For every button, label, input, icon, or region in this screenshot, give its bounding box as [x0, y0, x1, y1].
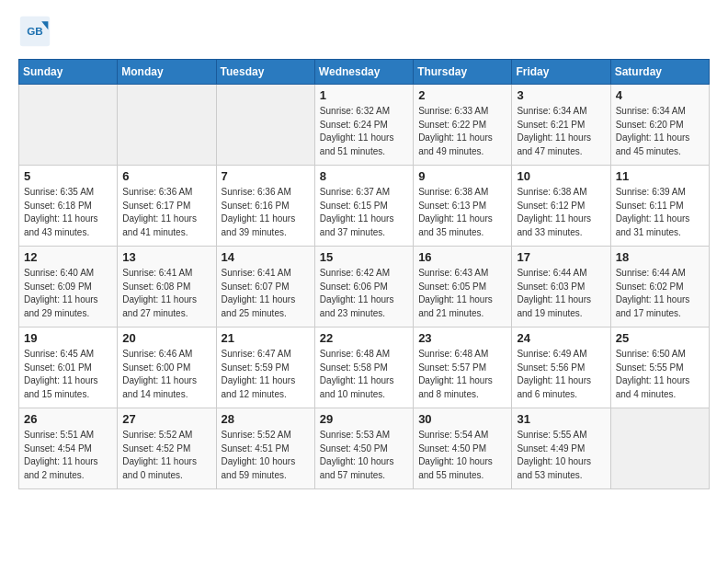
weekday-header-saturday: Saturday — [610, 60, 709, 85]
calendar-cell: 17Sunrise: 6:44 AM Sunset: 6:03 PM Dayli… — [512, 247, 610, 327]
day-info: Sunrise: 6:37 AM Sunset: 6:15 PM Dayligh… — [320, 186, 408, 239]
calendar-cell: 30Sunrise: 5:54 AM Sunset: 4:50 PM Dayli… — [414, 408, 512, 489]
calendar-cell — [118, 85, 216, 166]
day-info: Sunrise: 6:49 AM Sunset: 5:56 PM Dayligh… — [517, 348, 605, 401]
day-number: 13 — [122, 250, 210, 264]
calendar-cell: 15Sunrise: 6:42 AM Sunset: 6:06 PM Dayli… — [314, 247, 413, 327]
day-info: Sunrise: 6:47 AM Sunset: 5:59 PM Dayligh… — [222, 348, 310, 401]
day-number: 9 — [418, 169, 506, 183]
day-number: 16 — [418, 250, 506, 264]
calendar-cell: 28Sunrise: 5:52 AM Sunset: 4:51 PM Dayli… — [216, 408, 314, 489]
day-info: Sunrise: 5:52 AM Sunset: 4:51 PM Dayligh… — [222, 429, 310, 482]
calendar-cell — [610, 408, 709, 489]
day-info: Sunrise: 6:34 AM Sunset: 6:20 PM Dayligh… — [616, 105, 704, 158]
day-number: 12 — [24, 250, 112, 264]
day-info: Sunrise: 6:45 AM Sunset: 6:01 PM Dayligh… — [24, 348, 112, 401]
calendar-cell: 7Sunrise: 6:36 AM Sunset: 6:16 PM Daylig… — [216, 166, 314, 247]
day-number: 1 — [320, 88, 408, 102]
calendar-cell: 25Sunrise: 6:50 AM Sunset: 5:55 PM Dayli… — [610, 327, 709, 408]
calendar-cell: 27Sunrise: 5:52 AM Sunset: 4:52 PM Dayli… — [118, 408, 216, 489]
weekday-header-tuesday: Tuesday — [216, 60, 314, 85]
calendar-cell: 16Sunrise: 6:43 AM Sunset: 6:05 PM Dayli… — [414, 247, 512, 327]
day-info: Sunrise: 6:44 AM Sunset: 6:02 PM Dayligh… — [616, 267, 704, 320]
calendar-cell: 5Sunrise: 6:35 AM Sunset: 6:18 PM Daylig… — [19, 166, 118, 247]
day-number: 20 — [122, 331, 210, 345]
calendar-cell: 12Sunrise: 6:40 AM Sunset: 6:09 PM Dayli… — [19, 247, 118, 327]
weekday-header-monday: Monday — [118, 60, 216, 85]
day-number: 4 — [616, 88, 704, 102]
calendar-cell: 19Sunrise: 6:45 AM Sunset: 6:01 PM Dayli… — [19, 327, 118, 408]
day-info: Sunrise: 6:41 AM Sunset: 6:07 PM Dayligh… — [222, 267, 310, 320]
day-info: Sunrise: 6:48 AM Sunset: 5:57 PM Dayligh… — [418, 348, 506, 401]
day-info: Sunrise: 6:48 AM Sunset: 5:58 PM Dayligh… — [320, 348, 408, 401]
weekday-header-wednesday: Wednesday — [314, 60, 413, 85]
day-info: Sunrise: 6:46 AM Sunset: 6:00 PM Dayligh… — [122, 348, 210, 401]
calendar-cell — [19, 85, 118, 166]
calendar-cell: 22Sunrise: 6:48 AM Sunset: 5:58 PM Dayli… — [314, 327, 413, 408]
day-number: 26 — [24, 412, 112, 426]
weekday-header-friday: Friday — [512, 60, 610, 85]
day-info: Sunrise: 6:32 AM Sunset: 6:24 PM Dayligh… — [320, 105, 408, 158]
day-info: Sunrise: 6:42 AM Sunset: 6:06 PM Dayligh… — [320, 267, 408, 320]
day-info: Sunrise: 6:40 AM Sunset: 6:09 PM Dayligh… — [24, 267, 112, 320]
day-number: 10 — [517, 169, 605, 183]
day-info: Sunrise: 6:36 AM Sunset: 6:17 PM Dayligh… — [122, 186, 210, 239]
day-number: 11 — [616, 169, 704, 183]
day-number: 5 — [24, 169, 112, 183]
day-info: Sunrise: 6:41 AM Sunset: 6:08 PM Dayligh… — [122, 267, 210, 320]
calendar-cell: 14Sunrise: 6:41 AM Sunset: 6:07 PM Dayli… — [216, 247, 314, 327]
calendar-cell: 24Sunrise: 6:49 AM Sunset: 5:56 PM Dayli… — [512, 327, 610, 408]
calendar-cell: 31Sunrise: 5:55 AM Sunset: 4:49 PM Dayli… — [512, 408, 610, 489]
day-info: Sunrise: 6:38 AM Sunset: 6:13 PM Dayligh… — [418, 186, 506, 239]
calendar-cell: 29Sunrise: 5:53 AM Sunset: 4:50 PM Dayli… — [314, 408, 413, 489]
day-info: Sunrise: 5:55 AM Sunset: 4:49 PM Dayligh… — [517, 429, 605, 482]
calendar-cell: 13Sunrise: 6:41 AM Sunset: 6:08 PM Dayli… — [118, 247, 216, 327]
calendar-cell: 4Sunrise: 6:34 AM Sunset: 6:20 PM Daylig… — [610, 85, 709, 166]
calendar-cell: 10Sunrise: 6:38 AM Sunset: 6:12 PM Dayli… — [512, 166, 610, 247]
day-number: 27 — [122, 412, 210, 426]
day-info: Sunrise: 6:44 AM Sunset: 6:03 PM Dayligh… — [517, 267, 605, 320]
calendar-table: SundayMondayTuesdayWednesdayThursdayFrid… — [18, 59, 710, 489]
day-number: 14 — [222, 250, 310, 264]
day-info: Sunrise: 5:51 AM Sunset: 4:54 PM Dayligh… — [24, 429, 112, 482]
day-info: Sunrise: 6:34 AM Sunset: 6:21 PM Dayligh… — [517, 105, 605, 158]
calendar-cell: 21Sunrise: 6:47 AM Sunset: 5:59 PM Dayli… — [216, 327, 314, 408]
calendar-cell: 8Sunrise: 6:37 AM Sunset: 6:15 PM Daylig… — [314, 166, 413, 247]
day-number: 7 — [222, 169, 310, 183]
day-info: Sunrise: 5:53 AM Sunset: 4:50 PM Dayligh… — [320, 429, 408, 482]
calendar-cell: 23Sunrise: 6:48 AM Sunset: 5:57 PM Dayli… — [414, 327, 512, 408]
day-number: 30 — [418, 412, 506, 426]
calendar-cell — [216, 85, 314, 166]
day-number: 18 — [616, 250, 704, 264]
page-header: GB — [18, 15, 710, 48]
logo-icon: GB — [18, 15, 51, 48]
calendar-cell: 2Sunrise: 6:33 AM Sunset: 6:22 PM Daylig… — [414, 85, 512, 166]
day-number: 31 — [517, 412, 605, 426]
day-info: Sunrise: 6:39 AM Sunset: 6:11 PM Dayligh… — [616, 186, 704, 239]
day-info: Sunrise: 6:36 AM Sunset: 6:16 PM Dayligh… — [222, 186, 310, 239]
day-info: Sunrise: 6:43 AM Sunset: 6:05 PM Dayligh… — [418, 267, 506, 320]
svg-text:GB: GB — [27, 25, 43, 37]
day-info: Sunrise: 5:54 AM Sunset: 4:50 PM Dayligh… — [418, 429, 506, 482]
day-number: 19 — [24, 331, 112, 345]
calendar-cell: 6Sunrise: 6:36 AM Sunset: 6:17 PM Daylig… — [118, 166, 216, 247]
day-number: 8 — [320, 169, 408, 183]
logo: GB — [18, 15, 57, 48]
day-number: 6 — [122, 169, 210, 183]
calendar-cell: 20Sunrise: 6:46 AM Sunset: 6:00 PM Dayli… — [118, 327, 216, 408]
calendar-cell: 26Sunrise: 5:51 AM Sunset: 4:54 PM Dayli… — [19, 408, 118, 489]
weekday-header-thursday: Thursday — [414, 60, 512, 85]
day-info: Sunrise: 6:33 AM Sunset: 6:22 PM Dayligh… — [418, 105, 506, 158]
day-number: 28 — [222, 412, 310, 426]
day-info: Sunrise: 6:35 AM Sunset: 6:18 PM Dayligh… — [24, 186, 112, 239]
calendar-cell: 3Sunrise: 6:34 AM Sunset: 6:21 PM Daylig… — [512, 85, 610, 166]
day-number: 3 — [517, 88, 605, 102]
calendar-cell: 9Sunrise: 6:38 AM Sunset: 6:13 PM Daylig… — [414, 166, 512, 247]
day-number: 23 — [418, 331, 506, 345]
day-info: Sunrise: 6:38 AM Sunset: 6:12 PM Dayligh… — [517, 186, 605, 239]
day-number: 24 — [517, 331, 605, 345]
calendar-cell: 18Sunrise: 6:44 AM Sunset: 6:02 PM Dayli… — [610, 247, 709, 327]
day-info: Sunrise: 5:52 AM Sunset: 4:52 PM Dayligh… — [122, 429, 210, 482]
calendar-cell: 11Sunrise: 6:39 AM Sunset: 6:11 PM Dayli… — [610, 166, 709, 247]
day-info: Sunrise: 6:50 AM Sunset: 5:55 PM Dayligh… — [616, 348, 704, 401]
